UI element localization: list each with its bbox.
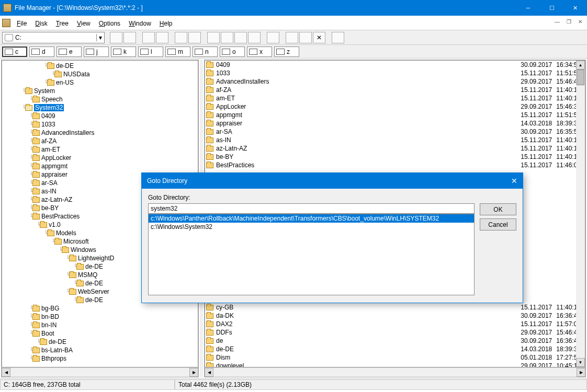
folder-label: bn-IN <box>41 321 57 329</box>
tree-folder[interactable]: └ Bthprops <box>3 354 198 363</box>
drive-button-d[interactable]: d <box>29 47 54 57</box>
vertical-scrollbar[interactable]: ▲▼ <box>576 61 585 367</box>
toolbar-button[interactable] <box>142 32 155 43</box>
drive-button-n[interactable]: n <box>193 47 218 57</box>
drivebar: cdejklmnoxz <box>0 45 587 59</box>
drive-button-c[interactable]: c <box>2 47 27 57</box>
tree-folder[interactable]: └ en-US <box>3 78 198 87</box>
menu-help[interactable]: Help <box>155 18 177 28</box>
menu-view[interactable]: View <box>73 18 95 28</box>
tree-folder[interactable]: └ bn-IN <box>3 321 198 329</box>
mdi-close-button[interactable]: ✕ <box>575 17 585 26</box>
file-row[interactable]: BestPractices15.11.201711:46:01 <box>205 161 585 169</box>
mdi-icon[interactable] <box>2 19 10 27</box>
toolbar-button[interactable] <box>207 32 220 43</box>
goto-suggestions-list[interactable]: c:\Windows\Panther\Rollback\MachineIndep… <box>148 214 475 295</box>
file-row[interactable]: AdvancedInstallers29.09.201715:46:44 <box>205 77 585 86</box>
cancel-button[interactable]: Cancel <box>480 218 516 230</box>
close-button[interactable]: ✕ <box>563 0 587 16</box>
toolbar-button[interactable] <box>221 32 233 43</box>
file-row[interactable]: DDFs29.09.201715:46:44 <box>205 328 585 337</box>
goto-suggestion-item[interactable]: c:\Windows\Panther\Rollback\MachineIndep… <box>149 214 474 223</box>
tree-folder[interactable]: └ am-ET <box>3 145 198 154</box>
toolbar-button[interactable] <box>188 32 201 43</box>
drive-button-m[interactable]: m <box>165 47 190 57</box>
mdi-restore-button[interactable]: ❐ <box>564 17 573 26</box>
file-row[interactable]: da-DK30.09.201716:36:44 <box>205 312 585 320</box>
tree-folder[interactable]: └ 0409 <box>3 112 198 120</box>
horizontal-scrollbar[interactable]: ◀▶ <box>2 367 198 377</box>
file-row[interactable]: appmgmt15.11.201711:51:50 <box>205 111 585 119</box>
tree-folder[interactable]: └ NUSData <box>3 70 198 78</box>
toolbar-button[interactable] <box>248 32 261 43</box>
toolbar-button[interactable] <box>110 32 122 43</box>
file-row[interactable]: 040930.09.201716:34:56 <box>205 61 585 69</box>
menu-file[interactable]: File <box>13 18 31 28</box>
tree-folder[interactable]: └ bg-BG <box>3 304 198 313</box>
drive-button-l[interactable]: l <box>138 47 163 57</box>
minimize-button[interactable]: ─ <box>516 0 540 16</box>
file-row[interactable]: AppLocker29.09.201715:46:33 <box>205 102 585 111</box>
tree-folder[interactable]: └ de-DE <box>3 338 198 346</box>
toolbar-button[interactable] <box>156 32 168 43</box>
goto-input[interactable] <box>148 203 475 214</box>
file-row[interactable]: as-IN15.11.201711:40:14 <box>205 136 585 144</box>
tree-folder[interactable]: └ appmgmt <box>3 162 198 170</box>
toolbar-button[interactable] <box>175 32 187 43</box>
tree-folder[interactable]: └ AdvancedInstallers <box>3 129 198 137</box>
file-row[interactable]: af-ZA15.11.201711:40:14 <box>205 86 585 94</box>
goto-suggestion-item[interactable]: c:\Windows\System32 <box>149 223 474 231</box>
drive-button-e[interactable]: e <box>57 47 82 57</box>
tree-folder[interactable]: └ bn-BD <box>3 313 198 321</box>
file-row[interactable]: appraiser14.03.201818:39:30 <box>205 119 585 128</box>
tree-folder[interactable]: └ de-DE <box>3 62 198 70</box>
menu-window[interactable]: Window <box>125 18 155 28</box>
toolbar-button[interactable] <box>267 32 279 43</box>
toolbar-button[interactable] <box>332 32 344 43</box>
file-row[interactable]: Dism05.01.201817:27:55 <box>205 353 585 362</box>
file-date: 14.03.2018 <box>521 120 556 127</box>
tree-folder[interactable]: └ Speech <box>3 95 198 103</box>
file-row[interactable]: 103315.11.201711:51:50 <box>205 69 585 77</box>
toolbar-button[interactable] <box>299 32 312 43</box>
tree-folder[interactable]: └ bs-Latn-BA <box>3 346 198 354</box>
menu-tree[interactable]: Tree <box>52 18 73 28</box>
file-row[interactable]: DAX215.11.201711:57:06 <box>205 320 585 328</box>
file-row[interactable]: de-DE14.03.201818:39:30 <box>205 345 585 353</box>
toolbar-button[interactable] <box>234 32 247 43</box>
file-date: 29.09.2017 <box>521 329 556 336</box>
mdi-minimize-button[interactable]: — <box>552 17 562 26</box>
file-name: downlevel <box>216 362 521 367</box>
ok-button[interactable]: OK <box>480 203 516 215</box>
status-drive-space: C: 164GB free, 237GB total <box>0 379 175 390</box>
drive-button-j[interactable]: j <box>84 47 109 57</box>
file-row[interactable]: cy-GB15.11.201711:40:14 <box>205 303 585 312</box>
drive-dropdown[interactable]: C: ▾ <box>2 32 105 43</box>
menu-options[interactable]: Options <box>95 18 125 28</box>
tree-folder[interactable]: └ System <box>3 87 198 95</box>
file-name: af-ZA <box>216 86 521 94</box>
file-row[interactable]: be-BY15.11.201711:40:14 <box>205 153 585 161</box>
file-attr: 15.11.201711:51:50 <box>521 70 581 77</box>
toolbar-button[interactable] <box>123 32 136 43</box>
file-row[interactable]: am-ET15.11.201711:40:14 <box>205 94 585 102</box>
tree-folder[interactable]: └ Boot <box>3 329 198 338</box>
file-row[interactable]: downlevel29.09.201710:45:12 <box>205 362 585 367</box>
file-row[interactable]: az-Latn-AZ15.11.201711:40:14 <box>205 144 585 153</box>
file-row[interactable]: ar-SA30.09.201716:35:53 <box>205 128 585 136</box>
drive-button-k[interactable]: k <box>111 47 136 57</box>
file-row[interactable]: de30.09.201716:36:44 <box>205 337 585 345</box>
horizontal-scrollbar[interactable]: ◀▶ <box>205 367 585 377</box>
dialog-close-button[interactable]: ✕ <box>511 177 517 185</box>
toolbar-button[interactable] <box>286 32 298 43</box>
maximize-button[interactable]: ☐ <box>540 0 563 16</box>
tree-folder[interactable]: └ af-ZA <box>3 137 198 145</box>
tree-folder[interactable]: └ 1033 <box>3 120 198 129</box>
tree-folder[interactable]: └ AppLocker <box>3 154 198 162</box>
drive-button-o[interactable]: o <box>220 47 245 57</box>
drive-button-x[interactable]: x <box>247 47 272 57</box>
menu-disk[interactable]: Disk <box>31 18 51 28</box>
toolbar-button[interactable]: ✕ <box>313 32 325 43</box>
drive-button-z[interactable]: z <box>274 47 299 57</box>
tree-folder[interactable]: └ System32 <box>3 103 198 112</box>
